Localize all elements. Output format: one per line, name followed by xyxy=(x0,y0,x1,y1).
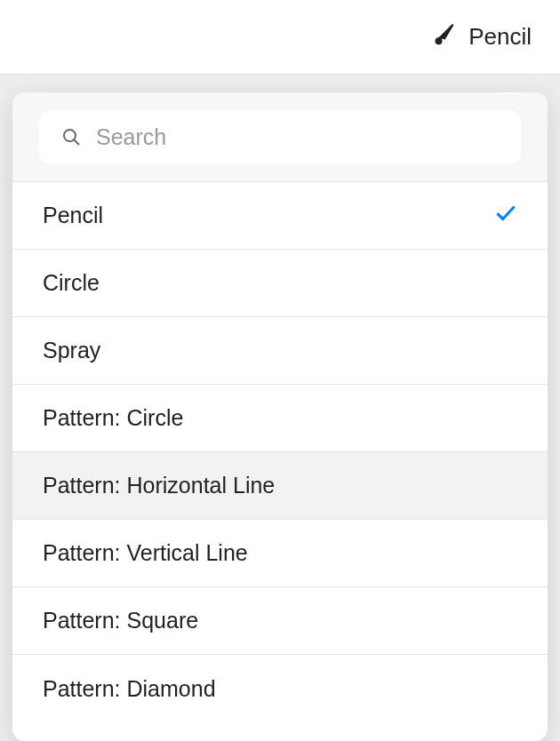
search-field[interactable] xyxy=(39,110,521,163)
tool-list: PencilCircleSprayPattern: CirclePattern:… xyxy=(12,182,548,741)
svg-line-2 xyxy=(75,140,80,146)
tool-option[interactable]: Pattern: Diamond xyxy=(12,655,548,722)
tool-selector-label: Pencil xyxy=(468,23,532,51)
search-input[interactable] xyxy=(96,124,500,150)
tool-option-label: Circle xyxy=(43,270,100,296)
topbar: Pencil xyxy=(0,0,560,75)
tool-option-label: Pattern: Square xyxy=(43,608,198,633)
svg-point-0 xyxy=(436,37,443,44)
tool-option[interactable]: Pattern: Horizontal Line xyxy=(12,452,548,520)
tool-option[interactable]: Pattern: Circle xyxy=(12,385,548,452)
tool-option[interactable]: Pattern: Square xyxy=(12,587,548,655)
check-icon xyxy=(494,202,517,230)
tool-option[interactable]: Circle xyxy=(12,250,548,317)
tool-option[interactable]: Pencil xyxy=(12,182,548,250)
search-icon xyxy=(60,126,82,147)
tool-option[interactable]: Spray xyxy=(12,317,548,385)
tool-option-label: Pattern: Circle xyxy=(43,405,183,431)
tool-dropdown: PencilCircleSprayPattern: CirclePattern:… xyxy=(12,92,548,741)
tool-selector-button[interactable]: Pencil xyxy=(431,20,532,53)
tool-option-label: Pattern: Vertical Line xyxy=(43,540,248,566)
tool-option[interactable]: Pattern: Vertical Line xyxy=(12,520,548,587)
tool-option-label: Pencil xyxy=(43,203,103,228)
brush-icon xyxy=(431,20,458,53)
tool-option-label: Spray xyxy=(43,338,100,363)
tool-option-label: Pattern: Horizontal Line xyxy=(43,473,275,498)
svg-point-1 xyxy=(64,130,76,141)
tool-option-label: Pattern: Diamond xyxy=(43,676,216,702)
search-wrap xyxy=(12,92,548,182)
